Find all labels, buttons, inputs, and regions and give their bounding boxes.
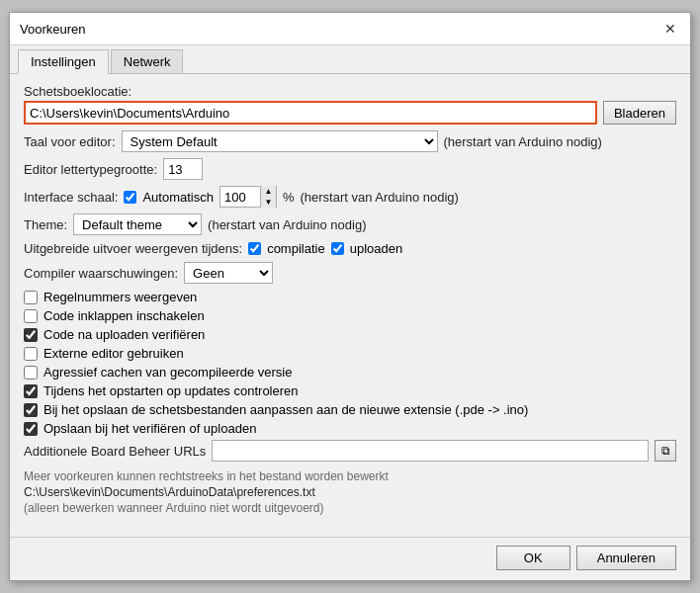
spin-down-button[interactable]: ▼ [260, 197, 276, 208]
interface-scale-label: Interface schaal: [24, 190, 118, 205]
theme-note: (herstart van Arduino nodig) [208, 217, 366, 232]
verify-upload-label: Code na uploaden verifiëren [44, 327, 205, 342]
compiler-warnings-row: Compiler waarschuwingen: Geen [24, 262, 676, 284]
tab-instellingen[interactable]: Instellingen [18, 49, 109, 74]
pct-unit: % [283, 190, 295, 205]
checkbox-external-editor-row: Externe editor gebruiken [24, 346, 676, 361]
checkboxes-section: Regelnummers weergeven Code inklappen in… [24, 290, 676, 436]
preferences-path: C:\Users\kevin\Documents\ArduinoData\pre… [24, 485, 676, 499]
aggressive-cache-label: Agressief cachen van gecompileerde versi… [44, 365, 292, 380]
settings-content: Schetsboeklocatie: Bladeren Taal voor ed… [10, 74, 690, 533]
spin-up-button[interactable]: ▲ [260, 186, 276, 197]
spin-buttons: ▲ ▼ [260, 186, 276, 208]
scale-value-input[interactable] [220, 188, 260, 207]
verbose-upload-label: uploaden [350, 241, 403, 256]
compiler-warnings-label: Compiler waarschuwingen: [24, 266, 178, 281]
checkbox-line-numbers-row: Regelnummers weergeven [24, 290, 676, 304]
check-updates-checkbox[interactable] [24, 384, 38, 398]
language-label: Taal voor editor: [24, 134, 116, 149]
button-row: OK Annuleren [10, 537, 690, 580]
tab-netwerk[interactable]: Netwerk [111, 49, 184, 73]
sketchbook-label: Schetsboeklocatie: [24, 84, 676, 99]
interface-note: (herstart van Arduino nodig) [301, 190, 459, 205]
save-extension-checkbox[interactable] [24, 403, 38, 417]
theme-row: Theme: Default theme (herstart van Ardui… [24, 213, 676, 235]
board-urls-label: Additionele Board Beheer URLs [24, 444, 206, 459]
board-urls-input[interactable] [212, 440, 649, 462]
interface-scale-row: Interface schaal: Automatisch ▲ ▼ % (her… [24, 186, 676, 208]
cancel-button[interactable]: Annuleren [576, 546, 676, 570]
theme-label: Theme: [24, 217, 67, 232]
checkbox-save-verify-row: Opslaan bij het verifiëren of uploaden [24, 421, 676, 436]
verbose-upload-group: uploaden [331, 241, 403, 256]
font-size-input[interactable] [163, 158, 203, 180]
info-text: Meer voorkeuren kunnen rechtstreeks in h… [24, 469, 676, 483]
verify-upload-checkbox[interactable] [24, 328, 38, 342]
font-size-label: Editor lettertypegrootte: [24, 162, 157, 177]
note-text: (alleen bewerken wanneer Arduino niet wo… [24, 501, 676, 515]
board-url-row: Additionele Board Beheer URLs ⧉ [24, 440, 676, 462]
scale-spinner: ▲ ▼ [219, 186, 277, 208]
close-button[interactable]: ✕ [660, 19, 680, 39]
check-updates-label: Tijdens het opstarten op updates control… [44, 383, 299, 398]
font-size-row: Editor lettertypegrootte: [24, 158, 676, 180]
checkbox-verify-upload-row: Code na uploaden verifiëren [24, 327, 676, 342]
auto-label: Automatisch [142, 190, 214, 205]
save-verify-checkbox[interactable] [24, 422, 38, 436]
verbose-row: Uitgebreide uitvoer weergeven tijdens: c… [24, 241, 676, 256]
compiler-warnings-select[interactable]: Geen [184, 262, 273, 284]
checkbox-code-folding-row: Code inklappen inschakelen [24, 308, 676, 323]
line-numbers-checkbox[interactable] [24, 291, 38, 304]
sketchbook-row: Bladeren [24, 101, 676, 125]
checkbox-aggressive-cache-row: Agressief cachen van gecompileerde versi… [24, 365, 676, 380]
language-row: Taal voor editor: System Default (hersta… [24, 130, 676, 152]
title-bar: Voorkeuren ✕ [10, 13, 690, 45]
board-url-icon-button[interactable]: ⧉ [655, 440, 676, 462]
verbose-compile-checkbox[interactable] [248, 242, 261, 255]
auto-scale-checkbox[interactable] [124, 191, 136, 204]
line-numbers-label: Regelnummers weergeven [44, 290, 197, 304]
verbose-upload-checkbox[interactable] [331, 242, 344, 255]
checkbox-check-updates-row: Tijdens het opstarten op updates control… [24, 383, 676, 398]
verbose-compile-label: compilatie [267, 241, 325, 256]
preferences-dialog: Voorkeuren ✕ Instellingen Netwerk Schets… [9, 12, 691, 581]
ok-button[interactable]: OK [496, 546, 570, 570]
dialog-title: Voorkeuren [20, 22, 86, 37]
save-verify-label: Opslaan bij het verifiëren of uploaden [44, 421, 256, 436]
auto-checkbox-group: Automatisch [124, 190, 214, 205]
browse-button[interactable]: Bladeren [603, 101, 676, 125]
code-folding-checkbox[interactable] [24, 309, 38, 323]
external-editor-checkbox[interactable] [24, 347, 38, 361]
verbose-label: Uitgebreide uitvoer weergeven tijdens: [24, 241, 242, 256]
language-note: (herstart van Arduino nodig) [444, 134, 602, 149]
language-select[interactable]: System Default [122, 130, 438, 152]
tabs-bar: Instellingen Netwerk [10, 45, 690, 74]
checkbox-save-extension-row: Bij het opslaan de schetsbestanden aanpa… [24, 402, 676, 417]
theme-select[interactable]: Default theme [73, 213, 202, 235]
sketchbook-input[interactable] [24, 101, 597, 125]
aggressive-cache-checkbox[interactable] [24, 366, 38, 380]
external-editor-label: Externe editor gebruiken [44, 346, 184, 361]
save-extension-label: Bij het opslaan de schetsbestanden aanpa… [44, 402, 528, 417]
verbose-compile-group: compilatie [248, 241, 325, 256]
code-folding-label: Code inklappen inschakelen [44, 308, 205, 323]
